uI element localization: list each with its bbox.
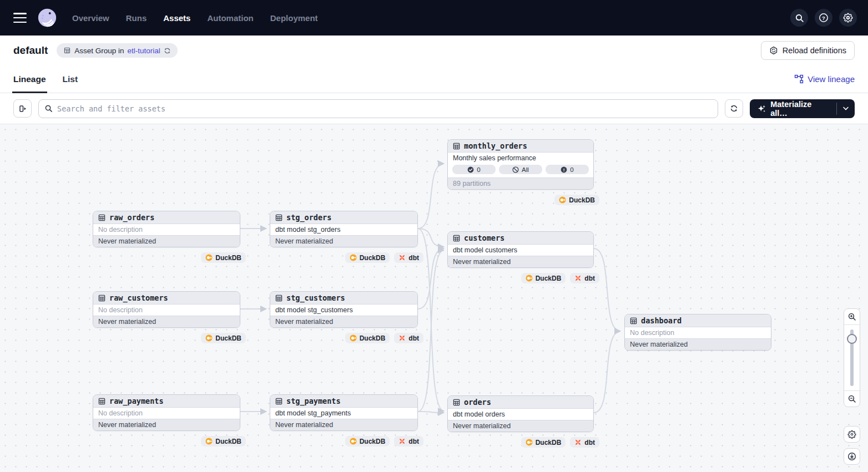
search-input[interactable] [57,104,712,113]
asset-node-monthly_orders[interactable]: monthly_ordersMonthly sales performance0… [447,139,594,190]
lineage-graph-canvas[interactable]: monthly_ordersMonthly sales performance0… [0,124,868,472]
tag-duckdb[interactable]: DuckDB [521,273,566,283]
asset-node-stg_customers[interactable]: stg_customersdbt model stg_customersNeve… [270,291,418,328]
tab-list[interactable]: List [63,65,78,93]
asset-node-customers[interactable]: customersdbt model customersNever materi… [447,231,594,268]
zoom-in-button[interactable] [844,309,860,324]
asset-node-raw_orders[interactable]: raw_ordersNo descriptionNever materializ… [93,211,240,247]
materialize-all-split-button: Materialize all… [750,99,855,118]
asset-description: No description [93,304,240,316]
dagster-logo[interactable] [37,7,58,28]
asset-status: 89 partitions [448,177,593,189]
duckdb-icon [205,438,213,445]
slash-circle-icon [512,166,519,173]
tag-dbt[interactable]: dbt [394,436,423,446]
asset-status: Never materialized [93,419,240,430]
asset-node-header: stg_payments [270,395,417,408]
asset-description: dbt model customers [448,245,593,256]
asset-description: No description [93,224,240,235]
asset-status: Never materialized [448,256,593,267]
asset-status: Never materialized [625,338,771,350]
asset-node-raw_customers[interactable]: raw_customersNo descriptionNever materia… [93,291,240,328]
tag-dbt[interactable]: dbt [394,333,423,343]
materialize-options-caret[interactable] [837,99,855,118]
asset-node-dashboard[interactable]: dashboardNo descriptionNever materialize… [624,314,771,351]
asset-tags: DuckDBdbt [270,252,423,263]
reload-definitions-button[interactable]: Reload definitions [761,41,855,60]
asset-node-stg_orders[interactable]: stg_ordersdbt model stg_ordersNever mate… [270,211,418,247]
tag-duckdb[interactable]: DuckDB [201,333,246,343]
caret-down-icon [843,106,849,110]
duckdb-icon [526,439,533,446]
edge-stg_orders-to-monthly_orders [418,164,444,229]
warning-circle-icon: ! [561,166,567,173]
asset-node-orders[interactable]: ordersdbt model ordersNever materialized [447,395,594,432]
asset-description: dbt model stg_orders [270,224,417,235]
tag-dbt[interactable]: dbt [570,437,599,448]
asset-node-header: orders [448,396,593,409]
tag-duckdb[interactable]: DuckDB [345,436,390,446]
page-header: default Asset Group in etl-tutorial Relo… [0,35,868,65]
table-icon [98,295,105,302]
settings-icon[interactable] [839,9,857,27]
materialize-all-button[interactable]: Materialize all… [750,99,836,118]
lineage-icon [794,74,804,84]
partition-badge: !0 [546,165,589,174]
view-lineage-link[interactable]: View lineage [794,74,855,84]
duckdb-icon [526,275,533,282]
nav-item-overview[interactable]: Overview [72,13,109,23]
tabs-row: Lineage List View lineage [0,65,868,93]
zoom-slider-knob[interactable] [847,334,857,344]
tag-duckdb[interactable]: DuckDB [345,333,390,343]
code-location-link[interactable]: etl-tutorial [128,47,160,55]
asset-group-icon [63,47,71,54]
nav-item-assets[interactable]: Assets [163,13,190,23]
asset-description: dbt model orders [448,409,593,420]
help-icon[interactable]: ? [815,9,832,27]
tag-duckdb[interactable]: DuckDB [554,195,599,205]
dbt-icon [574,439,582,446]
table-icon [275,295,282,302]
nav-item-automation[interactable]: Automation [207,13,253,23]
duckdb-icon [350,438,357,445]
tag-duckdb[interactable]: DuckDB [201,252,246,263]
hamburger-menu-icon[interactable] [13,13,27,23]
zoom-controls [844,308,860,407]
tag-duckdb[interactable]: DuckDB [201,436,246,446]
tab-lineage[interactable]: Lineage [13,65,46,93]
asset-title: customers [464,234,504,242]
asset-title: stg_customers [286,293,345,302]
tag-dbt[interactable]: dbt [570,273,599,283]
search-icon[interactable] [790,9,808,27]
refresh-button[interactable] [725,99,743,118]
panel-toggle-button[interactable] [13,99,32,118]
asset-search-box [38,99,718,118]
sync-icon[interactable] [164,47,171,54]
graph-settings-button[interactable] [844,426,860,443]
partition-status-badges: 0All!0 [448,164,593,177]
asset-node-header: stg_customers [270,292,417,304]
tag-dbt[interactable]: dbt [394,252,423,263]
zoom-slider[interactable] [844,325,860,390]
asset-node-stg_payments[interactable]: stg_paymentsdbt model stg_paymentsNever … [270,394,418,431]
asset-tags: DuckDB [447,195,599,205]
reload-definitions-label: Reload definitions [783,46,846,55]
nav-item-runs[interactable]: Runs [126,13,147,23]
edge-stg_payments-to-orders [418,412,444,413]
panel-toggle-icon [18,104,27,113]
tag-duckdb[interactable]: DuckDB [521,437,566,448]
asset-description: No description [93,408,240,419]
nav-item-deployment[interactable]: Deployment [270,13,318,23]
zoom-out-button[interactable] [844,391,860,407]
asset-title: raw_orders [109,213,154,222]
asset-tags: DuckDB [93,436,246,446]
duckdb-icon [559,196,566,204]
tag-duckdb[interactable]: DuckDB [345,252,390,263]
asset-description: dbt model stg_customers [270,304,417,316]
asset-node-raw_payments[interactable]: raw_paymentsNo descriptionNever material… [93,394,240,431]
table-icon [453,235,460,242]
asset-tags: DuckDBdbt [447,437,599,448]
search-input-icon [44,104,53,113]
edge-customers-to-dashboard [594,248,620,331]
download-image-button[interactable] [844,448,860,465]
